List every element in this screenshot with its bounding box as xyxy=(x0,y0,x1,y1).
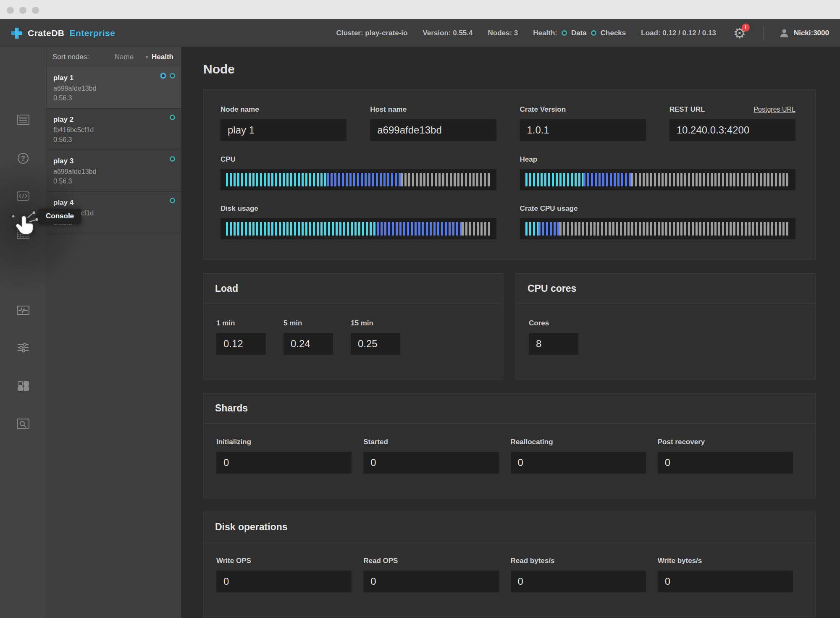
field-label: Crate Version xyxy=(520,105,646,114)
gauge-seg-rest xyxy=(631,173,790,186)
field-label: Host name xyxy=(370,105,496,114)
settings-button[interactable]: ⚙ ! xyxy=(731,25,748,42)
screen-list-icon xyxy=(16,112,31,127)
load-1min-field: 1 min 0.12 xyxy=(216,319,266,355)
sidebar-item-tables[interactable] xyxy=(0,222,46,246)
health-ok-icon xyxy=(170,198,175,203)
window-close-icon[interactable] xyxy=(7,7,14,14)
node-host: fb416bc5cf1d xyxy=(53,126,173,134)
main-content: Node Node name play 1 Host name a699afde… xyxy=(182,47,840,618)
shards-post-recovery-field: Post recovery 0 xyxy=(658,438,793,474)
sidebar-item-console[interactable] xyxy=(0,260,46,285)
shards-started-field: Started 0 xyxy=(363,438,499,474)
checks-health-icon xyxy=(591,30,596,36)
cluster-status: Cluster: play-crate-io xyxy=(336,29,407,37)
field-value: 8 xyxy=(529,333,578,355)
field-label: Initializing xyxy=(216,438,352,446)
sidebar-item-code[interactable] xyxy=(0,184,46,208)
gauge-track xyxy=(220,169,496,190)
field-value: 0.12 xyxy=(216,333,266,355)
brand[interactable]: CrateDB Enterprise xyxy=(11,27,115,39)
field-label: Read bytes/s xyxy=(511,557,646,565)
window-maximize-icon[interactable] xyxy=(32,7,39,14)
heap-gauge: Heap xyxy=(520,155,796,190)
field-label: 5 min xyxy=(284,319,333,327)
node-name: play 1 xyxy=(53,74,173,82)
field-value: a699afde13bd xyxy=(370,119,496,141)
gauge-label: Crate CPU usage xyxy=(520,204,796,213)
node-name: play 4 xyxy=(53,199,173,207)
load-panel: Load 1 min 0.12 5 min 0.24 15 min 0.25 xyxy=(203,273,503,380)
grid-apps-icon xyxy=(16,378,31,393)
node-list-item-play1[interactable]: play 1 a699afde13bd 0.56.3 xyxy=(47,67,181,109)
field-value: 0 xyxy=(658,571,793,592)
app-window: CrateDB Enterprise Cluster: play-crate-i… xyxy=(0,0,840,618)
sort-by-name-button[interactable]: Name xyxy=(115,53,134,61)
cpu-gauge: CPU xyxy=(220,155,496,190)
gauge-seg-blue xyxy=(327,173,401,186)
health-ok-icon xyxy=(170,115,175,120)
sidebar-item-settings[interactable] xyxy=(0,335,46,360)
node-name: play 3 xyxy=(53,157,173,165)
field-value: 0 xyxy=(511,571,646,592)
shards-initializing-field: Initializing 0 xyxy=(216,438,352,474)
load-status: Load: 0.12 / 0.12 / 0.13 xyxy=(641,29,716,37)
gauge-track xyxy=(220,218,496,239)
field-value: play 1 xyxy=(220,119,346,141)
health-label: Health: xyxy=(533,29,557,37)
node-name: play 2 xyxy=(53,115,173,124)
load-panel-title: Load xyxy=(204,274,503,304)
field-label: Node name xyxy=(220,105,346,114)
sort-by-health-button[interactable]: ▼ Health xyxy=(144,53,173,61)
postgres-url-link[interactable]: Postgres URL xyxy=(753,106,795,113)
field-label: REST URL xyxy=(669,105,705,114)
sliders-icon xyxy=(16,340,31,355)
alert-badge: ! xyxy=(742,24,750,31)
field-value: 0 xyxy=(363,452,499,474)
gauge-seg-blue xyxy=(377,222,462,236)
field-value: 0 xyxy=(363,571,499,592)
browser-search-icon xyxy=(16,416,31,431)
gauge-seg-rest xyxy=(559,222,790,236)
sidebar-item-inspect[interactable] xyxy=(0,411,46,436)
field-value: 0.25 xyxy=(351,333,400,355)
write-ops-field: Write OPS 0 xyxy=(216,557,352,592)
gauge-seg-blue xyxy=(538,222,559,236)
field-label: Write OPS xyxy=(216,557,352,565)
health-checks-link[interactable]: Checks xyxy=(601,29,626,37)
user-menu[interactable]: Nicki:3000 xyxy=(779,28,829,39)
node-host: a699afde13bd xyxy=(53,168,173,175)
load-5min-field: 5 min 0.24 xyxy=(284,319,333,355)
window-minimize-icon[interactable] xyxy=(19,7,26,14)
field-value: 0 xyxy=(658,452,793,474)
gauge-label: CPU xyxy=(220,155,496,164)
gauge-label: Heap xyxy=(520,155,796,164)
gauge-seg-rest xyxy=(401,173,491,186)
sidebar-item-apps[interactable] xyxy=(0,374,46,398)
node-health-indicators xyxy=(170,156,175,162)
user-name: Nicki:3000 xyxy=(794,29,829,37)
health-data-link[interactable]: Data xyxy=(571,29,587,37)
svg-text:?: ? xyxy=(21,155,25,162)
gauge-seg-cyan xyxy=(226,222,377,236)
node-list-item-play2[interactable]: play 2 fb416bc5cf1d 0.56.3 xyxy=(47,109,181,150)
sidebar-item-overview[interactable] xyxy=(0,107,46,132)
field-value: 0.24 xyxy=(284,333,333,355)
host-name-field: Host name a699afde13bd xyxy=(370,105,496,141)
load-15min-field: 15 min 0.25 xyxy=(351,319,400,355)
node-list-item-play3[interactable]: play 3 a699afde13bd 0.56.3 xyxy=(47,150,181,192)
node-health-indicators xyxy=(170,115,175,120)
navbar-status-group: Cluster: play-crate-io Version: 0.55.4 N… xyxy=(336,25,829,42)
sidebar-item-help[interactable]: ? xyxy=(0,146,46,170)
field-value: 0 xyxy=(216,452,352,474)
sidebar-item-monitoring[interactable] xyxy=(0,298,46,322)
code-icon xyxy=(16,189,31,204)
disk-usage-gauge: Disk usage xyxy=(220,204,496,239)
read-ops-field: Read OPS 0 xyxy=(363,557,499,592)
navbar-divider xyxy=(763,25,764,41)
sort-header: Sort nodes: Name ▼ Health xyxy=(47,47,181,67)
data-health-icon xyxy=(562,30,567,36)
shards-panel: Shards Initializing 0 Started 0 Realloca… xyxy=(203,393,816,498)
node-version: 0.56.3 xyxy=(53,136,173,144)
field-label: Write bytes/s xyxy=(658,557,793,565)
